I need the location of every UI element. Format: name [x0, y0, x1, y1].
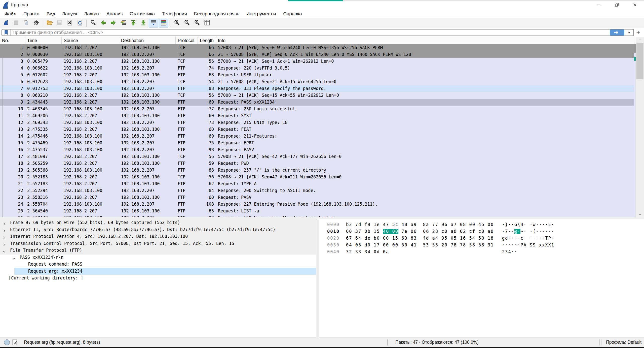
column-header-info[interactable]: Info [216, 37, 644, 44]
detail-row[interactable]: Request arg: xxXX1234 [0, 268, 316, 275]
find-packet-button[interactable] [88, 19, 98, 27]
scrollbar-thumb[interactable] [636, 43, 643, 79]
packet-row[interactable]: 262.570447192.168.103.100192.168.2.207FT… [0, 214, 644, 217]
hex-row[interactable]: 004032 33 34 0d 0a234·· [327, 248, 644, 255]
menu-item-справка[interactable]: Справка [280, 10, 306, 18]
close-file-button[interactable] [65, 19, 74, 27]
expert-info-icon[interactable] [4, 339, 10, 345]
packet-row[interactable]: 60.012628192.168.103.100192.168.2.207TCP… [0, 78, 644, 85]
horizontal-splitter[interactable] [0, 217, 644, 219]
packet-row[interactable]: 50.012602192.168.2.207192.168.103.100FTP… [0, 72, 644, 78]
hex-row[interactable]: 0000b2 7d f9 1e 47 5c 48 a9 8a 77 96 a7 … [327, 221, 644, 228]
packet-row[interactable]: 172.481097192.168.2.207192.168.103.100TC… [0, 153, 644, 160]
column-header-length[interactable]: Length [198, 37, 216, 44]
go-to-packet-button[interactable] [119, 19, 128, 27]
zoom-out-button[interactable] [182, 19, 192, 27]
menu-item-файл[interactable]: Файл [1, 10, 20, 18]
restore-button[interactable] [608, 0, 626, 10]
packet-row[interactable]: 182.505259192.168.2.207192.168.103.100FT… [0, 160, 644, 167]
packet-row[interactable]: 242.558704192.168.103.100192.168.2.207FT… [0, 201, 644, 208]
detail-text: Frame 9: 69 bytes on wire (552 bits), 69… [0, 219, 180, 226]
apply-filter-button[interactable] [610, 29, 624, 36]
menu-item-анализ[interactable]: Анализ [103, 10, 126, 18]
packet-row[interactable]: 252.564540192.168.2.207192.168.103.100FT… [0, 208, 644, 214]
packet-row[interactable]: 92.434443192.168.2.207192.168.103.100FTP… [0, 99, 644, 106]
packet-row[interactable]: 112.469206192.168.2.207192.168.103.100FT… [0, 112, 644, 119]
open-file-button[interactable] [45, 19, 54, 27]
packet-row[interactable]: 132.475335192.168.2.207192.168.103.100FT… [0, 126, 644, 133]
packet-list-scrollbar[interactable]: ⌃ ⌄ [636, 37, 644, 217]
minimize-button[interactable] [590, 0, 608, 10]
packet-row[interactable]: 20.000030192.168.103.100192.168.2.207TCP… [0, 51, 644, 58]
go-first-button[interactable] [129, 19, 138, 27]
scroll-up-arrow[interactable]: ⌃ [636, 37, 644, 43]
packet-row[interactable]: 10.000000192.168.2.207192.168.103.100TCP… [0, 44, 644, 51]
column-header-destination[interactable]: Destination [119, 37, 176, 44]
menu-item-запуск[interactable]: Запуск [59, 10, 81, 18]
detail-row[interactable]: Request command: PASS [0, 261, 316, 268]
close-button[interactable] [626, 0, 644, 10]
column-header-no[interactable]: No. [0, 37, 25, 44]
colorize-button[interactable] [159, 19, 168, 27]
packet-row[interactable]: 192.505368192.168.103.100192.168.2.207FT… [0, 167, 644, 174]
packet-row[interactable]: 30.005479192.168.2.207192.168.103.100TCP… [0, 58, 644, 65]
detail-row[interactable]: [Current working directory: ] [0, 275, 316, 282]
hex-highlighted-bytes: @· [514, 229, 520, 234]
go-last-button[interactable] [139, 19, 148, 27]
packet-row[interactable]: 122.469343192.168.103.100192.168.2.207FT… [0, 119, 644, 126]
menu-item-телефония[interactable]: Телефония [158, 10, 191, 18]
detail-text: Transmission Control Protocol, Src Port:… [0, 240, 234, 247]
packet-row[interactable]: 212.552183192.168.2.207192.168.103.100FT… [0, 180, 644, 187]
detail-row[interactable]: Transmission Control Protocol, Src Port:… [0, 240, 316, 247]
capture-options-button[interactable] [31, 19, 41, 27]
save-file-button[interactable] [55, 19, 64, 27]
hex-row[interactable]: 002067 64 de b0 00 15 63 83 fd a4 95 05 … [327, 235, 644, 242]
packet-row[interactable]: 222.552294192.168.103.100192.168.2.207FT… [0, 187, 644, 194]
vertical-splitter[interactable] [316, 219, 319, 337]
restart-capture-button[interactable] [21, 19, 31, 27]
auto-scroll-button[interactable] [149, 19, 158, 27]
scroll-down-arrow[interactable]: ⌄ [636, 211, 644, 217]
zoom-in-button[interactable] [172, 19, 182, 27]
zoom-original-button[interactable] [192, 19, 202, 27]
menu-item-захват[interactable]: Захват [81, 10, 103, 18]
packet-row[interactable]: 152.475469192.168.103.100192.168.2.207FT… [0, 140, 644, 146]
packet-row[interactable]: 142.475446192.168.103.100192.168.2.207FT… [0, 133, 644, 140]
column-header-protocol[interactable]: Protocol [176, 37, 198, 44]
hex-row[interactable]: 001000 37 0b 15 40 00 7e 06 06 28 c0 a8 … [327, 228, 644, 235]
packet-row[interactable]: 232.558316192.168.2.207192.168.103.100FT… [0, 194, 644, 201]
packet-row[interactable]: 202.552183192.168.2.207192.168.103.100TC… [0, 174, 644, 180]
detail-row[interactable]: File Transfer Protocol (FTP) [0, 247, 316, 254]
display-filter-input[interactable] [11, 30, 610, 35]
detail-row[interactable]: Frame 9: 69 bytes on wire (552 bits), 69… [0, 219, 316, 226]
hex-row[interactable]: 003004 03 d0 17 00 00 50 41 53 53 20 78 … [327, 242, 644, 248]
detail-text: Internet Protocol Version 4, Src: 192.16… [0, 233, 188, 240]
capture-comment-icon[interactable] [12, 339, 17, 345]
start-capture-button[interactable] [1, 19, 11, 27]
menu-item-статистика[interactable]: Статистика [126, 10, 158, 18]
go-forward-button[interactable] [108, 19, 118, 27]
column-header-time[interactable]: Time [25, 37, 62, 44]
detail-text: Request command: PASS [0, 261, 82, 268]
menu-item-вид[interactable]: Вид [43, 10, 59, 18]
packet-row[interactable]: 40.006622192.168.103.100192.168.2.207FTP… [0, 65, 644, 72]
detail-row[interactable]: Ethernet II, Src: Routerboardc_77:96:a7 … [0, 226, 316, 233]
packet-row[interactable]: 80.060210192.168.2.207192.168.103.100TCP… [0, 92, 644, 99]
go-back-button[interactable] [98, 19, 108, 27]
filter-bookmark-icon[interactable] [2, 29, 11, 36]
detail-row[interactable]: Internet Protocol Version 4, Src: 192.16… [0, 233, 316, 240]
resize-columns-button[interactable] [202, 19, 212, 27]
reload-file-button[interactable] [75, 19, 85, 27]
menu-item-правка[interactable]: Правка [20, 10, 43, 18]
menu-item-беспроводная-связь[interactable]: Беспроводная связь [191, 10, 243, 18]
column-header-source[interactable]: Source [62, 37, 119, 44]
packet-row[interactable]: 162.475537192.168.103.100192.168.2.207FT… [0, 146, 644, 153]
add-filter-button[interactable]: + [634, 29, 642, 37]
filter-dropdown-caret[interactable]: ▼ [626, 31, 632, 35]
menu-item-инструменты[interactable]: Инструменты [243, 10, 280, 18]
stop-capture-button[interactable] [11, 19, 21, 27]
packet-row[interactable]: 102.463345192.168.103.100192.168.2.207FT… [0, 106, 644, 112]
packet-row[interactable]: 70.012753192.168.103.100192.168.2.207FTP… [0, 85, 644, 92]
detail-row[interactable]: PASS xxXX1234\r\n [0, 254, 316, 261]
status-profile[interactable]: Профиль: Default [606, 340, 641, 345]
